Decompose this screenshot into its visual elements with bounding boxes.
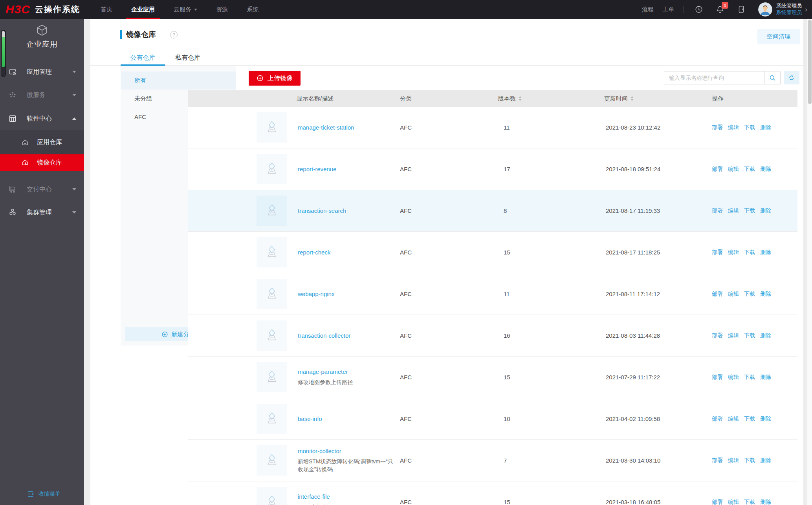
history-clock-icon[interactable] bbox=[692, 3, 706, 16]
nav-item-cloud-services[interactable]: 云服务 bbox=[164, 0, 207, 19]
download-link[interactable]: 下载 bbox=[744, 124, 755, 131]
edit-link[interactable]: 编辑 bbox=[728, 207, 739, 214]
download-link[interactable]: 下载 bbox=[744, 457, 755, 464]
deploy-link[interactable]: 部署 bbox=[712, 374, 723, 381]
image-name-link[interactable]: transaction-search bbox=[298, 207, 346, 214]
nav-item-resources[interactable]: 资源 bbox=[207, 0, 237, 19]
updated-time-cell: 2021-07-29 11:17:22 bbox=[604, 374, 712, 381]
edit-link[interactable]: 编辑 bbox=[728, 249, 739, 256]
download-link[interactable]: 下载 bbox=[744, 499, 755, 505]
delete-link[interactable]: 删除 bbox=[760, 374, 771, 381]
deploy-link[interactable]: 部署 bbox=[712, 499, 723, 505]
download-link[interactable]: 下载 bbox=[744, 415, 755, 423]
sidebar-item-delivery-center[interactable]: 交付中心 bbox=[0, 177, 84, 201]
delete-link[interactable]: 删除 bbox=[760, 415, 771, 423]
help-icon[interactable] bbox=[170, 31, 178, 38]
user-avatar[interactable] bbox=[758, 2, 772, 16]
deploy-link[interactable]: 部署 bbox=[712, 124, 723, 131]
updated-time-cell: 2021-03-18 16:48:05 bbox=[604, 499, 712, 505]
tab-private-repo[interactable]: 私有仓库 bbox=[169, 50, 207, 66]
sort-icon[interactable] bbox=[631, 96, 634, 101]
download-link[interactable]: 下载 bbox=[744, 291, 755, 298]
delete-link[interactable]: 删除 bbox=[760, 291, 771, 298]
nav-item-home[interactable]: 首页 bbox=[91, 0, 122, 19]
sidebar-item-software-center[interactable]: 软件中心 bbox=[0, 107, 84, 130]
sidebar-item-app-repository[interactable]: 应用仓库 bbox=[0, 130, 84, 154]
search-button[interactable] bbox=[764, 71, 780, 84]
edit-link[interactable]: 编辑 bbox=[728, 166, 739, 173]
upload-image-button[interactable]: 上传镜像 bbox=[249, 71, 301, 86]
nav-item-system[interactable]: 系统 bbox=[237, 0, 268, 19]
deploy-link[interactable]: 部署 bbox=[712, 249, 723, 256]
delete-link[interactable]: 删除 bbox=[760, 499, 771, 505]
image-name-link[interactable]: manage-parameter bbox=[298, 368, 348, 375]
delete-link[interactable]: 删除 bbox=[760, 124, 771, 131]
chevron-right-icon[interactable]: › bbox=[805, 5, 807, 14]
edit-link[interactable]: 编辑 bbox=[728, 291, 739, 298]
image-repo-house-icon bbox=[20, 159, 30, 167]
delete-link[interactable]: 删除 bbox=[760, 249, 771, 256]
download-link[interactable]: 下载 bbox=[744, 249, 755, 256]
deploy-link[interactable]: 部署 bbox=[712, 291, 723, 298]
edit-link[interactable]: 编辑 bbox=[728, 457, 739, 464]
download-link[interactable]: 下载 bbox=[744, 332, 755, 339]
search-input[interactable] bbox=[664, 71, 764, 84]
user-menu[interactable]: 系统管理员 系统管理员 bbox=[776, 3, 802, 16]
deploy-link[interactable]: 部署 bbox=[712, 207, 723, 214]
image-name-cell: transaction-search bbox=[298, 207, 400, 214]
nav-item-enterprise-apps[interactable]: 企业应用 bbox=[122, 0, 164, 19]
deploy-link[interactable]: 部署 bbox=[712, 457, 723, 464]
image-name-link[interactable]: interface-file bbox=[298, 493, 330, 500]
sidebar-item-image-repository[interactable]: 镜像仓库 bbox=[0, 154, 84, 171]
ticket-link[interactable]: 工单 bbox=[662, 6, 674, 13]
brand[interactable]: H3C 云操作系统 bbox=[0, 3, 80, 16]
image-name-link[interactable]: report-check bbox=[298, 249, 330, 256]
image-name-link[interactable]: report-revenue bbox=[298, 166, 336, 172]
image-name-link[interactable]: base-info bbox=[298, 415, 322, 422]
tab-public-repo[interactable]: 公有仓库 bbox=[121, 50, 165, 66]
image-name-link[interactable]: transaction-collector bbox=[298, 332, 350, 339]
space-clean-button[interactable]: 空间清理 bbox=[757, 29, 800, 44]
category-item-all[interactable]: 所有 bbox=[121, 71, 236, 90]
plus-circle-icon bbox=[161, 331, 168, 338]
sidebar-item-app-management[interactable]: 应用管理 bbox=[0, 60, 84, 83]
image-name-cell: monitor-collector 新增STM状态故障转化码;调整tvm---“… bbox=[298, 448, 400, 474]
repo-tabbar: 公有仓库 私有仓库 bbox=[90, 50, 803, 66]
image-name-cell: webapp-nginx bbox=[298, 291, 400, 298]
category-cell: AFC bbox=[400, 207, 498, 214]
refresh-button[interactable] bbox=[784, 71, 799, 84]
download-link[interactable]: 下载 bbox=[744, 374, 755, 381]
edit-link[interactable]: 编辑 bbox=[728, 499, 739, 505]
collapse-menu-button[interactable]: 收缩菜单 bbox=[27, 490, 60, 498]
image-name-link[interactable]: monitor-collector bbox=[298, 448, 341, 454]
cabinet-icon[interactable] bbox=[735, 3, 748, 16]
edit-link[interactable]: 编辑 bbox=[728, 332, 739, 339]
edit-link[interactable]: 编辑 bbox=[728, 374, 739, 381]
chevron-down-icon bbox=[72, 211, 76, 214]
download-link[interactable]: 下载 bbox=[744, 166, 755, 173]
sidebar-item-cluster-management[interactable]: 集群管理 bbox=[0, 201, 84, 224]
sort-icon[interactable] bbox=[519, 96, 522, 101]
sidebar-item-microservices[interactable]: 微服务 bbox=[0, 83, 84, 107]
image-name-link[interactable]: webapp-nginx bbox=[298, 291, 334, 297]
delete-link[interactable]: 删除 bbox=[760, 332, 771, 339]
delete-link[interactable]: 删除 bbox=[760, 207, 771, 214]
image-name-cell: manage-ticket-station bbox=[298, 124, 400, 131]
divider bbox=[683, 6, 684, 13]
deploy-link[interactable]: 部署 bbox=[712, 415, 723, 423]
edit-link[interactable]: 编辑 bbox=[728, 415, 739, 423]
delete-link[interactable]: 删除 bbox=[760, 166, 771, 173]
download-link[interactable]: 下载 bbox=[744, 207, 755, 214]
version-count-cell: 7 bbox=[498, 457, 604, 464]
edit-link[interactable]: 编辑 bbox=[728, 124, 739, 131]
cart-icon bbox=[8, 185, 17, 194]
deploy-link[interactable]: 部署 bbox=[712, 166, 723, 173]
process-link[interactable]: 流程 bbox=[642, 6, 654, 13]
image-name-link[interactable]: manage-ticket-station bbox=[298, 124, 354, 131]
delete-link[interactable]: 删除 bbox=[760, 457, 771, 464]
deploy-link[interactable]: 部署 bbox=[712, 332, 723, 339]
notification-bell-icon[interactable]: 0 bbox=[713, 3, 727, 16]
version-count-cell: 15 bbox=[498, 374, 604, 381]
scrollbar-thumb[interactable] bbox=[808, 20, 812, 104]
image-name-cell: manage-parameter 修改地图参数上传路径 bbox=[298, 368, 400, 386]
